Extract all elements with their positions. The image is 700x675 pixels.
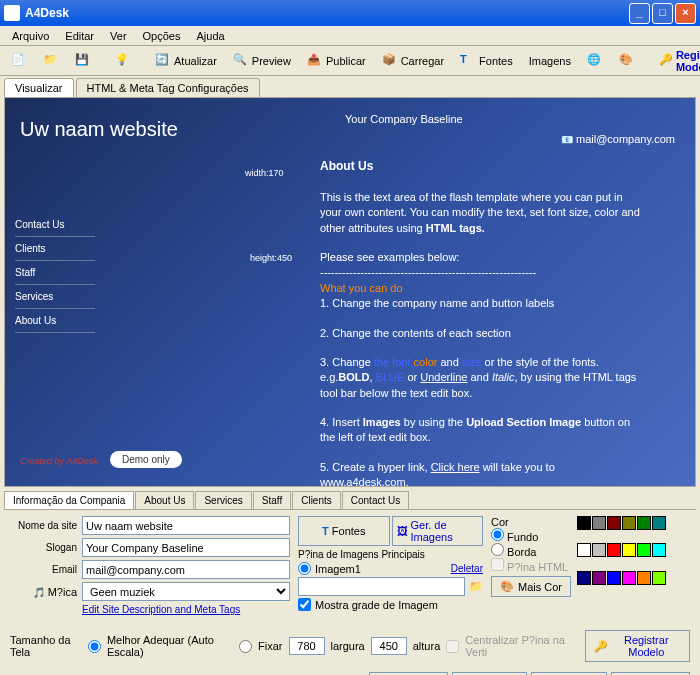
color-swatch[interactable] xyxy=(592,516,606,530)
color-swatch[interactable] xyxy=(577,571,591,585)
radio-imagem1[interactable] xyxy=(298,562,311,575)
preview-nav: Contact Us Clients Staff Services About … xyxy=(15,213,95,333)
color-swatch[interactable] xyxy=(592,571,606,585)
pagina-imagens-label: P?ina de Imagens Principais xyxy=(298,549,483,560)
menu-ajuda[interactable]: Ajuda xyxy=(188,28,232,43)
radio-fixar[interactable] xyxy=(239,640,252,653)
globe-icon: 🌐 xyxy=(587,53,603,69)
input-altura[interactable] xyxy=(371,637,407,655)
input-email[interactable] xyxy=(82,560,290,579)
publicar-button[interactable]: 📤Publicar xyxy=(300,49,373,73)
image-path-input[interactable] xyxy=(298,577,465,596)
open-button[interactable]: 📁 xyxy=(36,49,66,73)
nav-about-us[interactable]: About Us xyxy=(15,309,95,333)
menu-editar[interactable]: Editar xyxy=(57,28,102,43)
color-swatch[interactable] xyxy=(652,516,666,530)
atualizar-button[interactable]: 🔄Atualizar xyxy=(148,49,224,73)
publish-icon: 📤 xyxy=(307,53,323,69)
nav-contact-us[interactable]: Contact Us xyxy=(15,213,95,237)
tab-html-meta[interactable]: HTML & Meta Tag Configurações xyxy=(76,78,260,97)
deletar-link[interactable]: Deletar xyxy=(451,563,483,574)
globe-button[interactable]: 🌐 xyxy=(580,49,610,73)
cor-label: Cor xyxy=(491,516,571,528)
nav-services[interactable]: Services xyxy=(15,285,95,309)
radio-borda[interactable] xyxy=(491,543,504,556)
preview-icon: 🔍 xyxy=(233,53,249,69)
checkbox-pagina-html xyxy=(491,558,504,571)
tab-visualizar[interactable]: Visualizar xyxy=(4,78,74,97)
fontes-button[interactable]: TFontes xyxy=(453,49,520,73)
preview-button[interactable]: 🔍Preview xyxy=(226,49,298,73)
preview-email: 📧 mail@company.com xyxy=(561,133,675,145)
creator-text: Created by A4Desk xyxy=(20,456,98,466)
save-icon: 💾 xyxy=(75,53,91,69)
tip-button[interactable]: 💡 xyxy=(108,49,138,73)
top-tabs: Visualizar HTML & Meta Tag Configurações xyxy=(0,76,700,97)
color-swatch[interactable] xyxy=(637,571,651,585)
registrar-bottom-button[interactable]: 🔑Registrar Modelo xyxy=(585,630,690,662)
imagem1-label: Imagem1 xyxy=(315,563,361,575)
key-icon: 🔑 xyxy=(659,53,673,69)
section-tab-clients[interactable]: Clients xyxy=(292,491,341,509)
palette-icon: 🎨 xyxy=(619,53,635,69)
color-swatch[interactable] xyxy=(622,571,636,585)
carregar-button[interactable]: 📦Carregar xyxy=(375,49,451,73)
section-tab-services[interactable]: Services xyxy=(195,491,251,509)
section-tab-about[interactable]: About Us xyxy=(135,491,194,509)
section-tab-contact[interactable]: Contact Us xyxy=(342,491,409,509)
color-swatch[interactable] xyxy=(592,543,606,557)
nav-staff[interactable]: Staff xyxy=(15,261,95,285)
section-tab-info[interactable]: Informação da Compania xyxy=(4,491,134,509)
radio-auto-scale[interactable] xyxy=(88,640,101,653)
color-swatch[interactable] xyxy=(652,543,666,557)
preview-canvas: Uw naam website Your Company Baseline 📧 … xyxy=(4,97,696,487)
label-slogan: Slogan xyxy=(10,542,82,553)
registrar-button[interactable]: 🔑Registrar Modelo xyxy=(652,45,700,77)
color-swatch[interactable] xyxy=(622,543,636,557)
menu-ver[interactable]: Ver xyxy=(102,28,135,43)
color-swatch[interactable] xyxy=(607,516,621,530)
input-largura[interactable] xyxy=(289,637,325,655)
new-icon: 📄 xyxy=(11,53,27,69)
radio-fundo[interactable] xyxy=(491,528,504,541)
label-nome: Nome da site xyxy=(10,520,82,531)
input-nome[interactable] xyxy=(82,516,290,535)
key-icon: 🔑 xyxy=(594,640,608,653)
new-button[interactable]: 📄 xyxy=(4,49,34,73)
palette-icon: 🎨 xyxy=(500,580,514,593)
input-slogan[interactable] xyxy=(82,538,290,557)
section-tabs: Informação da Compania About Us Services… xyxy=(4,491,696,510)
color-swatch[interactable] xyxy=(637,516,651,530)
color-swatch[interactable] xyxy=(577,516,591,530)
close-button[interactable]: × xyxy=(675,3,696,24)
maximize-button[interactable]: □ xyxy=(652,3,673,24)
nav-clients[interactable]: Clients xyxy=(15,237,95,261)
color-swatch[interactable] xyxy=(607,571,621,585)
color-swatch[interactable] xyxy=(637,543,651,557)
menu-opcoes[interactable]: Opções xyxy=(135,28,189,43)
palette-button[interactable]: 🎨 xyxy=(612,49,642,73)
color-swatch[interactable] xyxy=(652,571,666,585)
titlebar: A4Desk _ □ × xyxy=(0,0,700,26)
edit-meta-link[interactable]: Edit Site Description and Meta Tags xyxy=(82,604,240,615)
minimize-button[interactable]: _ xyxy=(629,3,650,24)
section-tab-staff[interactable]: Staff xyxy=(253,491,291,509)
checkbox-grade[interactable] xyxy=(298,598,311,611)
color-swatch[interactable] xyxy=(607,543,621,557)
save-button[interactable]: 💾 xyxy=(68,49,98,73)
label-email: Email xyxy=(10,564,82,575)
width-indicator: width:170 xyxy=(245,168,284,178)
height-indicator: height:450 xyxy=(250,253,292,263)
fontes-mid-button[interactable]: TFontes xyxy=(298,516,390,546)
ger-imagens-button[interactable]: 🖼Ger. de Imagens xyxy=(392,516,484,546)
label-musica: 🎵 M?ica xyxy=(10,586,82,598)
menu-arquivo[interactable]: Arquivo xyxy=(4,28,57,43)
color-swatch[interactable] xyxy=(577,543,591,557)
color-swatch[interactable] xyxy=(622,516,636,530)
mais-cor-button[interactable]: 🎨Mais Cor xyxy=(491,576,571,597)
browse-icon[interactable]: 📁 xyxy=(469,580,483,593)
imagens-button[interactable]: Imagens xyxy=(522,51,578,71)
bulb-icon: 💡 xyxy=(115,53,131,69)
open-icon: 📁 xyxy=(43,53,59,69)
select-musica[interactable]: Geen muziek xyxy=(82,582,290,601)
